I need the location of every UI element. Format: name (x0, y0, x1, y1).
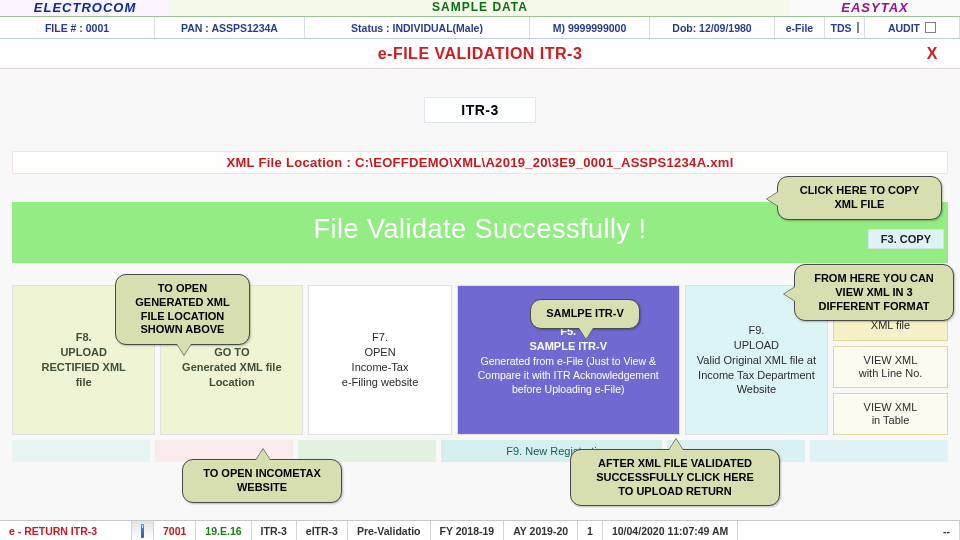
itr-pill: ITR-3 (424, 97, 536, 123)
audit-checkbox[interactable] (925, 22, 936, 33)
f7-fn: F7. (372, 330, 388, 345)
info-audit[interactable]: AUDIT (865, 17, 960, 38)
under-row: F9. New Registrati (12, 440, 948, 462)
callout-view3: FROM HERE YOU CAN VIEW XML IN 3 DIFFEREN… (794, 264, 954, 321)
status-left: e - RETURN ITR-3 (0, 521, 132, 540)
f8-fn: F8. (76, 330, 92, 345)
view-xml-table-button[interactable]: VIEW XML in Table (833, 393, 948, 435)
f4-l2: XML file (871, 319, 910, 331)
f8-l3: file (76, 375, 92, 390)
info-dob: Dob: 12/09/1980 (650, 17, 775, 38)
status-year: 19.E.16 (196, 521, 251, 540)
info-tds[interactable]: TDS (825, 17, 865, 38)
close-icon[interactable]: X (927, 45, 938, 63)
f5-l1: SAMPLE ITR-V (529, 339, 607, 354)
info-file: FILE # : 0001 (0, 17, 155, 38)
status-timestamp: 10/04/2020 11:07:49 AM (603, 521, 738, 540)
status-itr: ITR-3 (252, 521, 297, 540)
f7-l1: OPEN (364, 345, 395, 360)
f3-label: COPY (900, 233, 931, 245)
status-code: 7001 (154, 521, 196, 540)
f2-l2: Generated XML file (182, 360, 281, 375)
brand-left: ELECTROCOM (0, 0, 170, 16)
callout-open-location: TO OPEN GENERATED XML FILE LOCATION SHOW… (115, 274, 250, 345)
info-efile[interactable]: e-File (775, 17, 825, 38)
status-bar: e - RETURN ITR-3 7001 19.E.16 ITR-3 eITR… (0, 520, 960, 540)
callout-copy-xml: CLICK HERE TO COPY XML FILE (777, 176, 942, 220)
info-bar: FILE # : 0001 PAN : ASSPS1234A Status : … (0, 17, 960, 39)
status-eitr: eITR-3 (297, 521, 348, 540)
module-title-bar: e-FILE VALIDATION ITR-3 X (0, 39, 960, 69)
callout-upload-return: AFTER XML FILE VALIDATED SUCCESSFULLY CL… (570, 449, 780, 506)
workspace: ITR-3 XML File Location : C:\EOFFDEMO\XM… (0, 69, 960, 468)
brand-center: SAMPLE DATA (170, 0, 790, 16)
tds-checkbox[interactable] (857, 22, 859, 33)
f3-copy-button[interactable]: F3. COPY (868, 229, 944, 249)
callout-sample-itrv: SAMLPE ITR-V (530, 299, 640, 329)
module-title: e-FILE VALIDATION ITR-3 (378, 45, 583, 63)
audit-label: AUDIT (888, 22, 920, 34)
f3-fn: F3. (881, 233, 897, 245)
f8-l1: UPLOAD (60, 345, 106, 360)
f7-open-incometax-button[interactable]: F7. OPEN Income-Tax e-Filing website (308, 285, 451, 435)
f9-l1: UPLOAD (734, 338, 779, 353)
under-6[interactable] (810, 440, 948, 462)
f7-l3: e-Filing website (342, 375, 418, 390)
f7-l2: Income-Tax (352, 360, 409, 375)
tds-label: TDS (831, 22, 852, 34)
status-ay: AY 2019-20 (504, 521, 578, 540)
f9-l2: Valid Original XML file at Income Tax De… (690, 353, 823, 398)
f5-l2: Generated from e-File (Just to View & Co… (462, 354, 675, 397)
info-pan: PAN : ASSPS1234A (155, 17, 305, 38)
info-status: Status : INDIVIDUAL(Male) (305, 17, 530, 38)
under-1[interactable] (12, 440, 150, 462)
f9-fn: F9. (748, 323, 764, 338)
brand-bar: ELECTROCOM SAMPLE DATA EASYTAX (0, 0, 960, 17)
callout-open-incometax: TO OPEN INCOMETAX WEBSITE (182, 459, 342, 503)
status-n: 1 (578, 521, 603, 540)
view-xml-lineno-button[interactable]: VIEW XML with Line No. (833, 346, 948, 388)
brand-right: EASYTAX (790, 0, 960, 16)
status-prevalidate: Pre-Validatio (348, 521, 431, 540)
f8-l2: RECTIFIED XML (41, 360, 125, 375)
f2-l1: GO TO (214, 345, 249, 360)
xml-path: XML File Location : C:\EOFFDEMO\XML\A201… (12, 151, 948, 174)
calculator-icon[interactable] (132, 521, 154, 540)
f2-l3: Location (209, 375, 255, 390)
info-mobile: M) 9999999000 (530, 17, 650, 38)
status-fy: FY 2018-19 (431, 521, 505, 540)
status-end: -- (738, 521, 960, 540)
